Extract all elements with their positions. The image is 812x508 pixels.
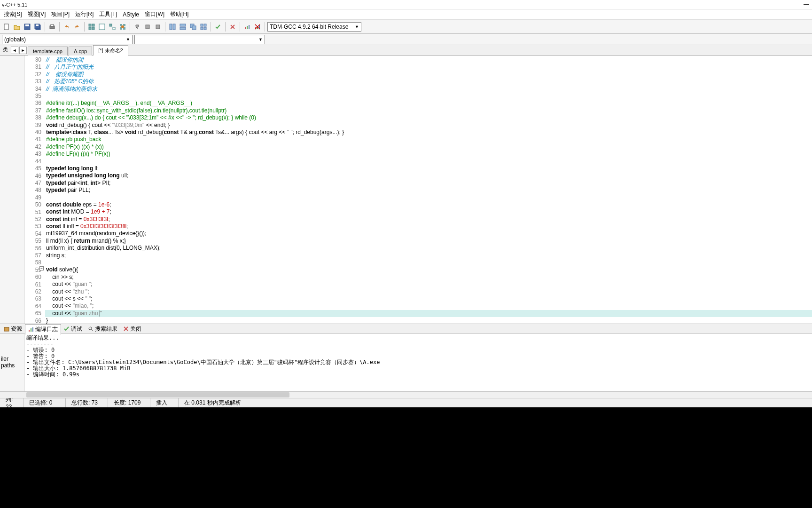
save-button[interactable] [23, 22, 32, 32]
status-mode: 插入 [150, 398, 179, 407]
status-parse: 在 0.031 秒内完成解析 [179, 398, 812, 407]
menu-window[interactable]: 窗口[W] [142, 9, 167, 19]
svg-rect-21 [156, 25, 160, 29]
editor: 3031323334353637383940414243444546474849… [0, 56, 812, 324]
scope-combo-value: (globals) [4, 36, 26, 43]
svg-rect-38 [4, 327, 9, 331]
code-area[interactable]: // 都没你的甜// 八月正午的阳光// 都没你耀眼// 热爱105° C的你/… [45, 56, 812, 324]
menu-project[interactable]: 项目[P] [48, 9, 72, 19]
menu-search[interactable]: 搜索[S] [1, 9, 25, 19]
svg-rect-32 [245, 27, 246, 29]
new-file-button[interactable] [2, 22, 11, 32]
compile-button[interactable] [87, 22, 96, 32]
tile-v-button[interactable] [178, 22, 187, 32]
print-button[interactable] [47, 22, 57, 32]
menu-run[interactable]: 运行[R] [72, 9, 96, 19]
svg-rect-0 [4, 24, 8, 30]
tab-resources[interactable]: 资源 [1, 324, 25, 334]
chevron-down-icon: ▼ [126, 37, 130, 42]
svg-rect-41 [32, 327, 33, 332]
svg-rect-27 [192, 26, 196, 30]
menu-tools[interactable]: 工具[T] [96, 9, 120, 19]
scope-combo[interactable]: (globals) ▼ [2, 35, 133, 44]
close-icon [123, 326, 129, 332]
svg-rect-29 [204, 24, 206, 26]
tab-prev-button[interactable]: ◄ [11, 47, 18, 54]
svg-rect-39 [29, 330, 30, 332]
toolbar: TDM-GCC 4.9.2 64-bit Release ▼ [0, 20, 812, 34]
tile-h-button[interactable] [168, 22, 177, 32]
compile-run-button[interactable] [108, 22, 117, 32]
menu-astyle[interactable]: AStyle [120, 10, 142, 19]
svg-rect-25 [180, 27, 186, 30]
file-tab-unnamed[interactable]: [*] 未命名2 [93, 45, 128, 56]
output-tab-strip: 资源 编译日志 调试 搜索结果 关闭 [0, 324, 812, 334]
line-gutter: 3031323334353637383940414243444546474849… [24, 56, 45, 324]
output-text[interactable]: 编译结果... -------- - 错误: 0 - 警告: 0 - 输出文件名… [24, 334, 812, 391]
svg-rect-23 [173, 24, 175, 30]
minimize-icon[interactable]: — [804, 1, 809, 8]
tab-close[interactable]: 关闭 [120, 324, 144, 334]
save-all-button[interactable] [33, 22, 42, 32]
file-tab-a[interactable]: A.cpp [69, 47, 92, 56]
chart-button[interactable] [242, 22, 252, 32]
fold-icon[interactable]: − [39, 266, 44, 270]
open-button[interactable] [12, 22, 22, 32]
undo-button[interactable] [62, 22, 71, 32]
chart-icon [28, 326, 34, 332]
window-title: v-C++ 5.11 [2, 2, 27, 8]
file-tab-template[interactable]: template.cpp [28, 47, 68, 56]
tab-debug[interactable]: 调试 [61, 324, 85, 334]
member-combo[interactable]: ▼ [134, 35, 265, 44]
svg-rect-30 [201, 27, 203, 30]
output-panel: iler paths 编译结果... -------- - 错误: 0 - 警告… [0, 334, 812, 391]
run-button[interactable] [97, 22, 107, 32]
class-view-label[interactable]: 类 [1, 45, 10, 54]
stop-button[interactable] [143, 22, 152, 32]
status-bar: 列: 23 已选择: 0 总行数: 73 长度: 1709 插入 在 0.031… [0, 398, 812, 407]
scroll-thumb[interactable] [26, 392, 289, 397]
redo-button[interactable] [72, 22, 82, 32]
svg-rect-11 [92, 27, 94, 30]
svg-rect-5 [36, 24, 39, 26]
black-area [0, 407, 812, 508]
svg-rect-9 [92, 24, 94, 26]
file-tab-strip: 类 ◄ ► template.cpp A.cpp [*] 未命名2 [0, 45, 812, 56]
compiler-select[interactable]: TDM-GCC 4.9.2 64-bit Release ▼ [267, 22, 361, 32]
status-col: 列: 23 [0, 398, 23, 407]
status-selected: 已选择: 0 [23, 398, 66, 407]
svg-rect-8 [89, 24, 91, 26]
profile-button[interactable] [153, 22, 163, 32]
chevron-down-icon: ▼ [258, 37, 263, 42]
check-button[interactable] [213, 22, 223, 32]
status-lines: 总行数: 73 [66, 398, 108, 407]
menu-view[interactable]: 视图[V] [25, 9, 49, 19]
grid-button[interactable] [199, 22, 208, 32]
left-panel [0, 56, 24, 324]
tab-compile-log[interactable]: 编译日志 [25, 324, 61, 335]
svg-rect-22 [170, 24, 172, 30]
svg-rect-40 [31, 328, 31, 332]
svg-rect-14 [113, 27, 115, 30]
svg-rect-12 [99, 24, 105, 30]
menu-help[interactable]: 帮助[H] [167, 9, 191, 19]
output-scrollbar[interactable]: ◄ [0, 391, 812, 398]
status-length: 长度: 1709 [108, 398, 150, 407]
tab-search-results[interactable]: 搜索结果 [85, 324, 120, 334]
svg-rect-2 [25, 24, 29, 26]
svg-point-19 [121, 25, 124, 28]
cascade-button[interactable] [188, 22, 198, 32]
svg-rect-24 [180, 24, 186, 26]
svg-rect-28 [201, 24, 203, 26]
box-icon [4, 326, 9, 332]
debug-button[interactable] [133, 22, 142, 32]
delete-button[interactable] [253, 22, 262, 32]
svg-rect-7 [51, 24, 54, 26]
tab-next-button[interactable]: ► [19, 47, 27, 54]
svg-rect-31 [204, 27, 206, 30]
clear-button[interactable] [228, 22, 237, 32]
chevron-down-icon: ▼ [355, 24, 359, 29]
menu-bar: 搜索[S] 视图[V] 项目[P] 运行[R] 工具[T] AStyle 窗口[… [0, 9, 812, 20]
rebuild-button[interactable] [118, 22, 127, 32]
svg-line-43 [91, 329, 93, 331]
